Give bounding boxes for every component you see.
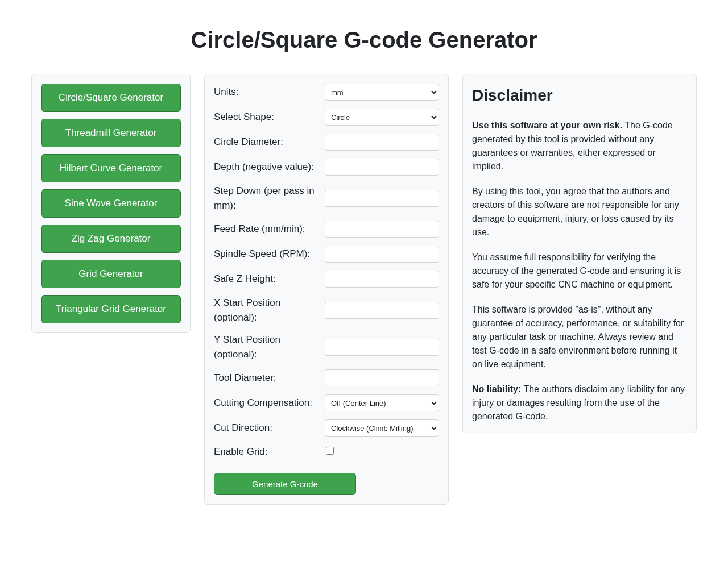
safez-input[interactable]	[325, 271, 439, 288]
tooldia-input[interactable]	[325, 369, 439, 386]
stepdown-label: Step Down (per pass in mm):	[214, 184, 325, 213]
nav-circle-square[interactable]: Circle/Square Generator	[41, 84, 181, 112]
tooldia-label: Tool Diameter:	[214, 371, 325, 385]
stepdown-input[interactable]	[325, 190, 439, 207]
feedrate-input[interactable]	[325, 221, 439, 238]
units-label: Units:	[214, 85, 325, 99]
units-select[interactable]: mm	[325, 84, 439, 101]
depth-label: Depth (negative value):	[214, 160, 325, 174]
cutdir-label: Cut Direction:	[214, 421, 325, 435]
disclaimer-p1-bold: Use this software at your own risk.	[472, 120, 622, 130]
spindle-label: Spindle Speed (RPM):	[214, 247, 325, 261]
disclaimer-title: Disclaimer	[472, 84, 687, 107]
shape-select[interactable]: Circle	[325, 109, 439, 126]
nav-sine-wave[interactable]: Sine Wave Generator	[41, 189, 181, 218]
form-card: Units: mm Select Shape: Circle Circle Di…	[204, 74, 449, 505]
cutcomp-label: Cutting Compensation:	[214, 396, 325, 410]
cutdir-select[interactable]: Clockwise (Climb Milling)	[325, 419, 439, 436]
diameter-input[interactable]	[325, 134, 439, 151]
grid-label: Enable Grid:	[214, 444, 325, 459]
nav-triangular-grid[interactable]: Triangular Grid Generator	[41, 295, 181, 323]
disclaimer-p5: No liability: The authors disclaim any l…	[472, 383, 687, 423]
nav-card: Circle/Square Generator Threadmill Gener…	[31, 74, 191, 333]
page-title: Circle/Square G-code Generator	[31, 23, 697, 57]
diameter-label: Circle Diameter:	[214, 135, 325, 149]
xstart-label: X Start Position (optional):	[214, 296, 325, 325]
nav-threadmill[interactable]: Threadmill Generator	[41, 119, 181, 147]
nav-hilbert[interactable]: Hilbert Curve Generator	[41, 154, 181, 182]
disclaimer-card: Disclaimer Use this software at your own…	[462, 74, 697, 433]
generate-button[interactable]: Generate G-code	[214, 473, 356, 495]
disclaimer-p4: This software is provided "as-is", witho…	[472, 303, 687, 371]
disclaimer-p2: By using this tool, you agree that the a…	[472, 185, 687, 239]
feedrate-label: Feed Rate (mm/min):	[214, 222, 325, 236]
ystart-label: Y Start Position (optional):	[214, 332, 325, 361]
ystart-input[interactable]	[325, 339, 439, 356]
disclaimer-p5-bold: No liability:	[472, 384, 521, 394]
depth-input[interactable]	[325, 159, 439, 176]
disclaimer-p1: Use this software at your own risk. The …	[472, 119, 687, 173]
grid-checkbox[interactable]	[326, 447, 334, 455]
disclaimer-p3: You assume full responsibility for verif…	[472, 251, 687, 292]
xstart-input[interactable]	[325, 302, 439, 319]
shape-label: Select Shape:	[214, 110, 325, 124]
nav-grid[interactable]: Grid Generator	[41, 260, 181, 288]
spindle-input[interactable]	[325, 246, 439, 263]
nav-zig-zag[interactable]: Zig Zag Generator	[41, 225, 181, 253]
safez-label: Safe Z Height:	[214, 272, 325, 286]
cutcomp-select[interactable]: Off (Center Line)	[325, 394, 439, 411]
